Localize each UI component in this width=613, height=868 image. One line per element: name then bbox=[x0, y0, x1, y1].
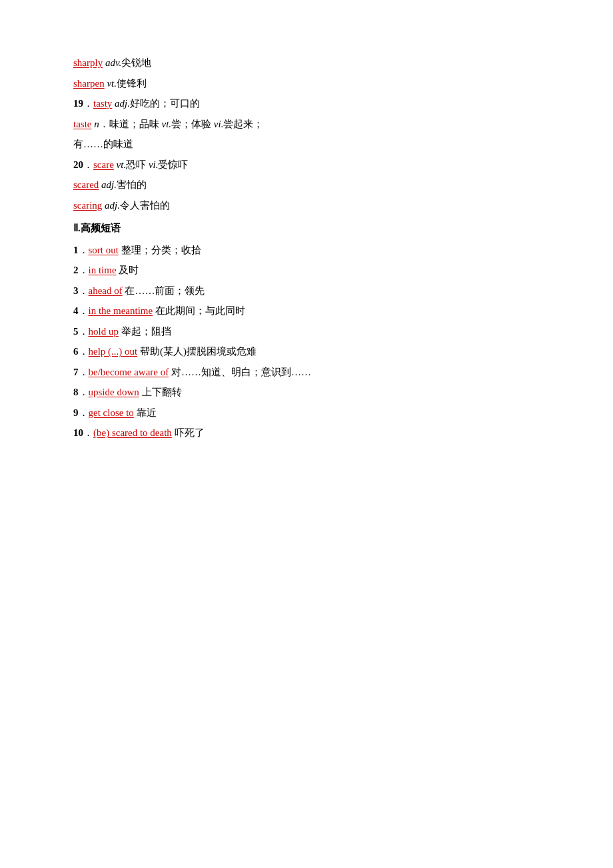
number-19: 19 bbox=[73, 94, 83, 113]
entry-19: 19． tasty adj.好吃的；可口的 bbox=[73, 94, 546, 113]
entry-scaring: scaring adj.令人害怕的 bbox=[73, 196, 546, 215]
pos-scaring: adj. bbox=[105, 196, 120, 215]
phrase-keyword-9: get close to bbox=[89, 403, 134, 423]
pos-scared: adj. bbox=[101, 175, 117, 195]
phrase-def-2: 及时 bbox=[119, 261, 139, 280]
phrase-keyword-7: be/become aware of bbox=[89, 363, 169, 382]
section2-title: Ⅱ.高频短语 bbox=[73, 219, 546, 238]
def-scared: 害怕的 bbox=[117, 175, 147, 195]
phrase-number-10: 10 bbox=[73, 423, 83, 443]
section2-title-text: Ⅱ.高频短语 bbox=[73, 223, 121, 233]
pos-scare: vt. bbox=[117, 155, 127, 175]
phrase-def-10: 吓死了 bbox=[175, 423, 205, 443]
def-scaring: 令人害怕的 bbox=[120, 196, 170, 215]
keyword-sharply: sharply bbox=[73, 53, 103, 73]
taste-extra: 有……的味道 bbox=[73, 135, 546, 154]
phrase-def-9: 靠近 bbox=[137, 403, 157, 423]
pos-taste: n bbox=[94, 115, 99, 134]
phrase-9: 9． get close to 靠近 bbox=[73, 403, 546, 423]
entry-20: 20． scare vt.恐吓 vi.受惊吓 bbox=[73, 155, 546, 175]
phrase-keyword-5: hold up bbox=[89, 322, 119, 341]
dot-20: ． bbox=[83, 155, 93, 175]
keyword-scared: scared bbox=[73, 175, 99, 195]
phrase-4: 4． in the meantime 在此期间；与此同时 bbox=[73, 301, 546, 321]
phrase-keyword-2: in time bbox=[89, 261, 117, 280]
keyword-taste: taste bbox=[73, 115, 92, 134]
entry-sharpen: sharpen vt.使锋利 bbox=[73, 74, 546, 93]
keyword-scare: scare bbox=[93, 155, 114, 175]
phrase-number-1: 1 bbox=[73, 241, 79, 260]
phrase-number-4: 4 bbox=[73, 301, 79, 321]
phrase-number-6: 6 bbox=[73, 342, 79, 361]
phrase-number-8: 8 bbox=[73, 383, 79, 402]
phrase-def-6: 帮助(某人)摆脱困境或危难 bbox=[140, 342, 257, 361]
phrase-3: 3． ahead of 在……前面；领先 bbox=[73, 281, 546, 301]
phrase-8: 8． upside down 上下翻转 bbox=[73, 383, 546, 402]
pos-taste-dot: ． bbox=[99, 115, 109, 134]
entry-scared: scared adj.害怕的 bbox=[73, 175, 546, 195]
phrase-def-7: 对……知道、明白；意识到…… bbox=[171, 363, 311, 382]
phrase-10: 10． (be) scared to death 吓死了 bbox=[73, 423, 546, 443]
dot-19: ． bbox=[83, 94, 93, 113]
phrase-def-8: 上下翻转 bbox=[142, 383, 182, 402]
pos-sharply: adv. bbox=[105, 53, 121, 73]
phrase-2: 2． in time 及时 bbox=[73, 261, 546, 280]
phrase-number-7: 7 bbox=[73, 363, 79, 382]
phrase-keyword-1: sort out bbox=[89, 241, 119, 260]
number-20: 20 bbox=[73, 155, 83, 175]
keyword-scaring: scaring bbox=[73, 196, 102, 215]
phrase-keyword-8: upside down bbox=[89, 383, 139, 402]
taste-extra-text: 有……的味道 bbox=[73, 139, 133, 149]
phrase-def-3: 在……前面；领先 bbox=[125, 281, 205, 301]
phrase-keyword-6: help (...) out bbox=[89, 342, 138, 361]
phrase-1: 1． sort out 整理；分类；收拾 bbox=[73, 241, 546, 260]
phrase-def-1: 整理；分类；收拾 bbox=[121, 241, 201, 260]
def-sharpen: 使锋利 bbox=[117, 74, 147, 93]
def-tasty: 好吃的；可口的 bbox=[130, 94, 200, 113]
keyword-sharpen: sharpen bbox=[73, 74, 105, 93]
phrase-number-2: 2 bbox=[73, 261, 79, 280]
phrase-number-9: 9 bbox=[73, 403, 79, 423]
phrase-number-3: 3 bbox=[73, 281, 79, 301]
def-taste: 味道；品味 vt.尝；体验 vi.尝起来； bbox=[109, 115, 264, 134]
pos-sharpen: vt. bbox=[107, 74, 117, 93]
phrase-keyword-10: (be) scared to death bbox=[93, 423, 172, 443]
phrase-7: 7． be/become aware of 对……知道、明白；意识到…… bbox=[73, 363, 546, 382]
entry-sharply: sharply adv.尖锐地 bbox=[73, 53, 546, 73]
keyword-tasty: tasty bbox=[93, 94, 112, 113]
phrase-6: 6． help (...) out 帮助(某人)摆脱困境或危难 bbox=[73, 342, 546, 361]
phrase-def-5: 举起；阻挡 bbox=[121, 322, 171, 341]
phrase-keyword-3: ahead of bbox=[89, 281, 123, 301]
phrase-5: 5． hold up 举起；阻挡 bbox=[73, 322, 546, 341]
pos-tasty: adj. bbox=[115, 94, 130, 113]
def-sharply: 尖锐地 bbox=[121, 53, 151, 73]
phrase-keyword-4: in the meantime bbox=[89, 301, 153, 321]
entry-taste: taste n．味道；品味 vt.尝；体验 vi.尝起来； bbox=[73, 115, 546, 134]
phrase-number-5: 5 bbox=[73, 322, 79, 341]
def-scare: 恐吓 vi.受惊吓 bbox=[126, 155, 188, 175]
phrase-def-4: 在此期间；与此同时 bbox=[155, 301, 245, 321]
